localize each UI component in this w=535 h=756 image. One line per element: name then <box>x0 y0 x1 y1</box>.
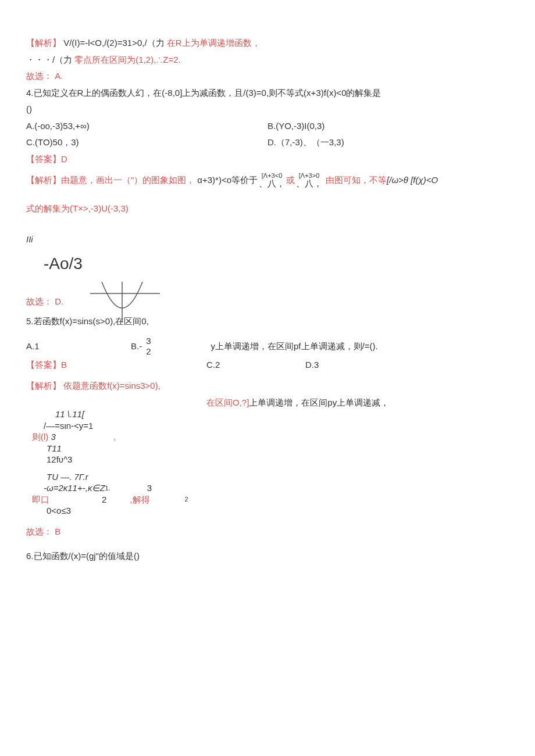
q4-optB: B.(YO,-3)I(0,3) <box>268 118 509 135</box>
q5-optB-frac: 3 2 <box>144 336 152 357</box>
q4-stem-a: 4.已知定义在R上的偶函数人幻，在(-8,0]上为减函数，且/(3)=0,则不等… <box>26 85 509 102</box>
select-value: D. <box>55 296 63 306</box>
text: TU —. 7Γ.r <box>32 471 509 483</box>
q6-stem: 6.已知函数/(x)=(gj"的值域是() <box>26 548 509 565</box>
q4-optC: C.(TO)50，3) <box>26 134 268 151</box>
q5-analysis-1: 【解析】 依题意函数f(x)=sins3>0), <box>26 378 509 395</box>
q4-options-row1: A.(-oo,-3)53,+∞) B.(YO,-3)I(0,3) <box>26 118 509 135</box>
text: 12fυ^3 <box>32 454 509 465</box>
text: [/ω>θ [f(χ)<O <box>387 172 438 189</box>
q5-optD: D.3 <box>305 357 319 374</box>
q4-analysis-line1: 【解析】 由题意，画出一（"）的图象如图， α+3)*)<o等价于 [Λ+3<0… <box>26 172 509 189</box>
q3-select: 故选： A. <box>26 68 509 85</box>
text: 3 <box>51 432 56 442</box>
text: 则(l) <box>32 432 48 442</box>
text: T11 <box>32 443 509 454</box>
q4-analysis-line2: 式的解集为(T×>,-3)U(-3,3) <box>26 200 509 217</box>
q5-optB: B.- <box>131 338 142 355</box>
q5-stem-right: y上单调递增，在区间pf上单调递减，则/=(). <box>153 338 509 355</box>
q4-optD: D.（7,-3)、（一3,3) <box>268 134 509 151</box>
analysis-label: 【解析】 <box>26 172 61 189</box>
frac-bot: 2 <box>144 346 152 357</box>
q5-ans-C-D: 【答案】B C.2 D.3 <box>26 357 509 374</box>
brace-mid: 、八， <box>296 179 322 189</box>
graph-curve-icon <box>90 282 160 328</box>
text: ,解得 <box>130 494 149 506</box>
q3-analysis-line1: 【解析】 V/(I)=-l<O,/(2)=31>0,/（力 在R上为单调递增函数… <box>26 35 509 52</box>
text: 在R上为单调递增函数， <box>167 38 261 48</box>
select-label: 故选： <box>26 526 52 536</box>
text: 在区间O,?]上单调递增，在区间py上单调递减， <box>206 395 389 411</box>
text: 依题意函数f(x)=sins3>0), <box>63 381 160 390</box>
text: V/(I)=-l<O,/(2)=31>0,/（力 <box>63 38 164 48</box>
q4-optA: A.(-oo,-3)53,+∞) <box>26 118 268 135</box>
graph-label: IIi <box>26 231 509 248</box>
text: 零点所在区间为(1,2),∴Z=2. <box>74 55 180 65</box>
q3-analysis-line2: ・・・/（力 零点所在区间为(1,2),∴Z=2. <box>26 52 509 69</box>
q4-stem-b: () <box>26 101 509 118</box>
text: α+3)*)<o等价于 <box>197 172 258 189</box>
frac: 3 <box>145 483 154 493</box>
text: 0<o≤3 <box>32 505 509 517</box>
text: 1. <box>105 484 110 492</box>
frac-top: 3 <box>145 483 154 493</box>
text: /—=sιn-<y=1 <box>32 420 509 432</box>
analysis-label: 【解析】 <box>26 38 61 48</box>
select-value: B <box>55 526 60 536</box>
q5-work-block: 11 \.11[ /—=sιn-<y=1 则(l) 3 , T11 12fυ^3… <box>32 409 509 517</box>
text: 由图可知，不等 <box>326 172 387 189</box>
text: 2 <box>102 494 106 506</box>
select-label: 故选： <box>26 71 52 81</box>
frac-top: 3 <box>144 336 152 346</box>
frac-bot: 2 <box>185 495 188 503</box>
q5-opts-line: A.1 B.- 3 2 y上单调递增，在区间pf上单调递减，则/=(). <box>26 336 509 357</box>
graph-axis: -Ao/3 <box>26 248 509 279</box>
q4-options-row2: C.(TO)50，3) D.（7,-3)、（一3,3) <box>26 134 509 151</box>
q4-select: 故选： D. <box>26 293 509 310</box>
q5-answer: 【答案】B <box>26 357 206 374</box>
q4-answer: 【答案】D <box>26 151 509 168</box>
q5-select: 故选： B <box>26 524 509 540</box>
q5-optC: C.2 <box>206 357 305 374</box>
text: -ω=2κ11+-,κ∈Z <box>32 482 105 494</box>
q5-optA: A.1 <box>26 338 131 355</box>
select-label: 故选： <box>26 296 52 306</box>
text: 由题意，画出一（"）的图象如图， <box>61 172 195 189</box>
analysis-label: 【解析】 <box>26 381 61 390</box>
text: ・・・/（力 <box>26 55 72 65</box>
text: 或 <box>286 172 295 189</box>
select-value: A. <box>55 71 63 81</box>
brace-mid: 、八， <box>259 179 285 189</box>
text: 即口 <box>32 494 49 506</box>
